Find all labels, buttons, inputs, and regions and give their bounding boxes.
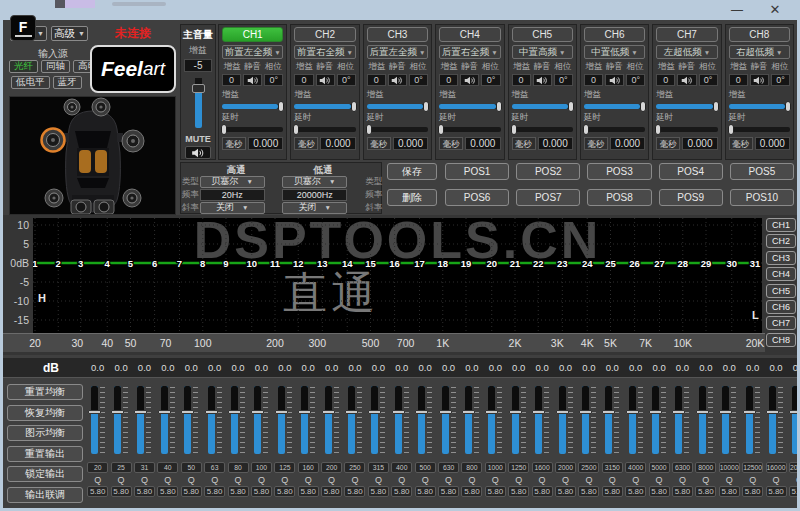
eq-q-value[interactable]: 5.80 <box>438 486 459 497</box>
channel-delay-slider[interactable] <box>729 127 790 132</box>
eq-band-slider[interactable] <box>161 386 168 454</box>
delay-ms-value[interactable]: 0.000 <box>248 137 283 150</box>
channel-gain-value[interactable]: 0 <box>729 74 748 86</box>
subwoofer-icon[interactable] <box>94 200 114 214</box>
lp-type-dropdown[interactable]: 贝塞尔▼ <box>282 176 347 188</box>
eq-band-slider[interactable] <box>348 386 355 454</box>
channel-button[interactable]: CH1 <box>222 27 283 42</box>
slider-handle[interactable] <box>415 410 428 414</box>
pos-preset-button[interactable]: POS6 <box>445 189 509 206</box>
slider-handle[interactable] <box>181 410 194 414</box>
hp-slope-dropdown[interactable]: 关闭▼ <box>200 202 265 214</box>
eq-q-value[interactable]: 5.80 <box>742 486 763 497</box>
graph-channel-button[interactable]: CH5 <box>766 284 796 298</box>
eq-band-slider[interactable] <box>465 386 472 454</box>
eq-band-slider[interactable] <box>278 386 285 454</box>
eq-band-slider[interactable] <box>746 386 753 454</box>
eq-band-slider[interactable] <box>629 386 636 454</box>
graph-channel-button[interactable]: CH6 <box>766 300 796 314</box>
eq-q-value[interactable]: 5.80 <box>672 486 693 497</box>
input-source-0[interactable]: 光纤 <box>9 60 38 73</box>
slider-handle[interactable] <box>392 410 405 414</box>
delay-ms-value[interactable]: 0.000 <box>682 137 717 150</box>
slider-handle[interactable] <box>345 410 358 414</box>
slider-handle[interactable] <box>719 410 732 414</box>
eq-q-value[interactable]: 5.80 <box>298 486 319 497</box>
slider-handle[interactable] <box>423 101 429 112</box>
slider-handle[interactable] <box>221 124 227 135</box>
eq-q-value[interactable]: 5.80 <box>766 486 787 497</box>
slider-handle[interactable] <box>649 410 662 414</box>
eq-band-slider[interactable] <box>231 386 238 454</box>
channel-phase-value[interactable]: 0° <box>626 74 645 86</box>
channel-gain-slider[interactable] <box>222 104 283 109</box>
channel-type-dropdown[interactable]: 后置右全频▼ <box>439 45 500 59</box>
pos-preset-button[interactable]: POS10 <box>730 189 794 206</box>
eq-band-slider[interactable] <box>769 386 776 454</box>
channel-gain-value[interactable]: 0 <box>656 74 675 86</box>
delay-ms-value[interactable]: 0.000 <box>610 137 645 150</box>
eq-band-slider[interactable] <box>605 386 612 454</box>
eq-band-slider[interactable] <box>582 386 589 454</box>
eq-band-slider[interactable] <box>675 386 682 454</box>
channel-button[interactable]: CH2 <box>294 27 355 42</box>
graph-plot-area[interactable]: DSPTOOLS.CN 直通 1234567891011121314151617… <box>33 218 762 333</box>
slider-handle[interactable] <box>298 410 311 414</box>
eq-q-value[interactable]: 5.80 <box>111 486 132 497</box>
slider-handle[interactable] <box>672 410 685 414</box>
speaker-icon[interactable] <box>64 99 80 115</box>
eq-band-slider[interactable] <box>371 386 378 454</box>
eq-q-value[interactable]: 5.80 <box>204 486 225 497</box>
slider-handle[interactable] <box>111 410 124 414</box>
input-source-1[interactable]: 同轴 <box>41 60 70 73</box>
slider-handle[interactable] <box>626 410 639 414</box>
master-gain-value[interactable]: -5 <box>184 59 212 72</box>
eq-band-slider[interactable] <box>325 386 332 454</box>
slider-handle[interactable] <box>192 84 205 93</box>
slider-handle[interactable] <box>789 410 797 414</box>
eq-q-value[interactable]: 5.80 <box>578 486 599 497</box>
slider-handle[interactable] <box>640 101 646 112</box>
input-source-3[interactable]: 低电平 <box>11 76 50 89</box>
slider-handle[interactable] <box>511 124 517 135</box>
graph-channel-button[interactable]: CH1 <box>766 218 796 232</box>
delete-button[interactable]: 删除 <box>387 189 437 206</box>
eq-q-value[interactable]: 5.80 <box>532 486 553 497</box>
slider-handle[interactable] <box>579 410 592 414</box>
eq-band-slider[interactable] <box>512 386 519 454</box>
slider-handle[interactable] <box>351 101 357 112</box>
slider-handle[interactable] <box>655 124 661 135</box>
channel-button[interactable]: CH8 <box>729 27 790 42</box>
eq-q-value[interactable]: 5.80 <box>251 486 272 497</box>
pos-preset-button[interactable]: POS9 <box>659 189 723 206</box>
slider-handle[interactable] <box>439 410 452 414</box>
eq-band-slider[interactable] <box>114 386 121 454</box>
eq-band-slider[interactable] <box>418 386 425 454</box>
slider-handle[interactable] <box>88 410 101 414</box>
slider-handle[interactable] <box>696 410 709 414</box>
eq-band-slider[interactable] <box>652 386 659 454</box>
eq-action-button[interactable]: 重置输出 <box>7 446 83 462</box>
slider-handle[interactable] <box>728 124 734 135</box>
graph-channel-button[interactable]: CH7 <box>766 316 796 330</box>
eq-band-slider[interactable] <box>301 386 308 454</box>
slider-handle[interactable] <box>278 101 284 112</box>
slider-handle[interactable] <box>509 410 522 414</box>
eq-band-slider[interactable] <box>208 386 215 454</box>
slider-handle[interactable] <box>713 101 719 112</box>
slider-handle[interactable] <box>496 101 502 112</box>
slider-handle[interactable] <box>368 410 381 414</box>
pos-preset-button[interactable]: POS4 <box>659 163 723 180</box>
eq-band-slider[interactable] <box>699 386 706 454</box>
pos-preset-button[interactable]: POS8 <box>587 189 651 206</box>
channel-button[interactable]: CH6 <box>584 27 645 42</box>
channel-type-dropdown[interactable]: 中置高频▼ <box>512 45 573 59</box>
eq-q-value[interactable]: 5.80 <box>181 486 202 497</box>
channel-phase-value[interactable]: 0° <box>699 74 718 86</box>
channel-type-dropdown[interactable]: 右超低频▼ <box>729 45 790 59</box>
channel-button[interactable]: CH4 <box>439 27 500 42</box>
channel-gain-value[interactable]: 0 <box>294 74 313 86</box>
channel-mute-button[interactable] <box>316 74 335 86</box>
slider-handle[interactable] <box>568 101 574 112</box>
eq-q-value[interactable]: 5.80 <box>368 486 389 497</box>
